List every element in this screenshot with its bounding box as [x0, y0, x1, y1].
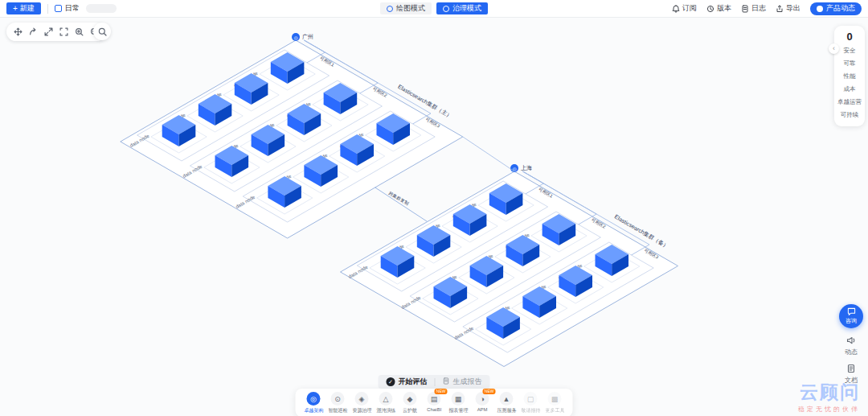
dock-item-apm[interactable]: ◑NEWAPM: [473, 392, 493, 414]
fit-screen-icon: [59, 27, 68, 36]
board-icon: [55, 5, 62, 12]
new-button[interactable]: + 新建: [6, 2, 41, 14]
status-pill: [86, 4, 117, 13]
score-panel: ‹ 0 安全可靠性能成本卓越运营可持续: [834, 26, 865, 126]
document-icon: [741, 5, 749, 13]
log-menu-item[interactable]: 日志: [741, 3, 766, 14]
dock-item-architecture[interactable]: ◎卓越架构: [304, 392, 324, 414]
generate-report-label: 生成报告: [453, 377, 482, 387]
dock-item-inspection[interactable]: ⊙智能巡检: [328, 392, 348, 414]
divider: [47, 4, 48, 14]
generate-report-button[interactable]: 生成报告: [443, 377, 482, 387]
header-right: 订阅 版本 日志 导出 产品动态: [672, 2, 862, 15]
side-actions: 咨询 动态 文档: [839, 304, 863, 385]
dock-item-governance[interactable]: ◈资源治理: [352, 392, 372, 414]
dimension-item[interactable]: 性能: [835, 70, 864, 83]
assessment-icon: ✓: [387, 377, 395, 386]
govern-mode-label: 治理模式: [452, 3, 481, 14]
dock-item-label: 敬请期待: [521, 407, 540, 414]
govern-mode-button[interactable]: 治理模式: [436, 2, 488, 14]
draw-mode-button[interactable]: 绘图模式: [380, 2, 432, 14]
dimension-item[interactable]: 可靠: [835, 57, 864, 70]
new-badge: NEW: [435, 389, 448, 394]
start-assessment-button[interactable]: ✓ 开始评估: [387, 377, 428, 387]
dock-item-chaos[interactable]: △混沌演练: [376, 392, 396, 414]
score-value: 0: [835, 31, 864, 43]
draw-mode-label: 绘图模式: [396, 3, 425, 14]
top-bar: + 新建 日常 绘图模式 治理模式 订阅: [0, 0, 868, 18]
dock-item-label: 报表管理: [448, 407, 468, 414]
architecture-icon: ◎: [307, 392, 321, 406]
more-icon: ▩: [548, 392, 562, 406]
dimension-item[interactable]: 卓越运营: [835, 96, 864, 109]
export-menu-item[interactable]: 导出: [776, 3, 800, 14]
docs-label: 文档: [845, 376, 858, 385]
document-icon: [846, 364, 856, 375]
shield-icon: [443, 6, 449, 12]
header-left: + 新建 日常: [6, 2, 117, 14]
plus-icon: +: [13, 5, 18, 13]
dimension-item[interactable]: 成本: [835, 83, 864, 96]
report-icon: ▦: [452, 392, 465, 406]
move-icon: [14, 27, 23, 36]
cluster-link[interactable]: [375, 187, 428, 222]
pan-tool-button[interactable]: [11, 25, 25, 39]
cluster-link-top: [463, 137, 514, 171]
app-dock: ◎卓越架构⊙智能巡检◈资源治理△混沌演练◆云护航▤NEWChatBI▦报表管理◑…: [296, 389, 573, 416]
dock-item-label: 更多工具: [545, 407, 564, 414]
chat-icon: ▤NEW: [428, 392, 441, 406]
dimension-item[interactable]: 安全: [835, 44, 864, 57]
assessment-bar: ✓ 开始评估 生成报告: [379, 375, 490, 389]
mode-switch: 绘图模式 治理模式: [380, 2, 488, 14]
dock-item-label: 云护航: [403, 407, 417, 414]
dock-item-chat[interactable]: ▤NEWChatBI: [424, 392, 444, 414]
chaos-icon: △: [379, 392, 393, 406]
pencil-icon: [387, 6, 393, 12]
dock-item-loadtest[interactable]: ▲压测服务: [497, 392, 517, 414]
expand-tool-button[interactable]: [42, 25, 55, 39]
dock-item-coming: ▢敬请期待: [521, 392, 541, 414]
dimension-item[interactable]: 可持续: [835, 109, 864, 122]
dock-item-more: ▩更多工具: [545, 392, 565, 414]
dock-item-label: ChatBI: [427, 407, 441, 412]
file-tab-label: 日常: [65, 3, 80, 14]
dock-item-label: 资源治理: [352, 407, 371, 414]
dock-item-report[interactable]: ▦报表管理: [448, 392, 469, 414]
dock-item-label: 混沌演练: [376, 407, 395, 414]
megaphone-icon: [846, 336, 856, 347]
architecture-diagram[interactable]: Elasticsearch集群（主）◎广州可用区1master nodedata…: [0, 18, 868, 416]
subscribe-menu-item[interactable]: 订阅: [672, 3, 697, 14]
region-label: 上海: [521, 165, 532, 171]
divider: [435, 378, 436, 386]
new-badge: NEW: [483, 389, 496, 394]
file-tab[interactable]: 日常: [55, 3, 80, 14]
chat-bubble-icon: [847, 307, 856, 317]
dock-item-escort[interactable]: ◆云护航: [400, 392, 420, 414]
region-glyph: ◎: [293, 35, 297, 40]
search-button[interactable]: [93, 23, 111, 40]
consult-button[interactable]: 咨询: [839, 304, 863, 328]
canvas-toolbar: [6, 23, 106, 41]
consult-label: 咨询: [845, 317, 857, 325]
undo-button[interactable]: [27, 25, 40, 39]
canvas[interactable]: Elasticsearch集群（主）◎广州可用区1master nodedata…: [0, 18, 868, 416]
dock-item-label: 智能巡检: [328, 407, 347, 414]
news-button[interactable]: 动态: [845, 336, 858, 356]
new-button-label: 新建: [20, 3, 35, 14]
collapse-handle[interactable]: ‹: [829, 43, 839, 54]
report-icon: [443, 377, 450, 386]
log-label: 日志: [751, 3, 766, 14]
zoom-in-button[interactable]: [72, 25, 86, 39]
fit-view-button[interactable]: [57, 25, 71, 39]
governance-icon: ◈: [355, 392, 369, 406]
dock-item-label: 压测服务: [497, 407, 516, 414]
cluster-group: Elasticsearch集群（主）◎广州可用区1master nodedata…: [121, 33, 463, 238]
version-menu-item[interactable]: 版本: [706, 3, 731, 14]
dock-item-label: APM: [477, 407, 488, 412]
dock-item-label: 卓越架构: [304, 407, 323, 414]
product-news-button[interactable]: 产品动态: [810, 2, 862, 15]
expand-icon: [44, 27, 53, 36]
cloud-advisor-app: + 新建 日常 绘图模式 治理模式 订阅: [0, 0, 868, 416]
docs-button[interactable]: 文档: [845, 364, 858, 385]
loadtest-icon: ▲: [500, 392, 514, 406]
